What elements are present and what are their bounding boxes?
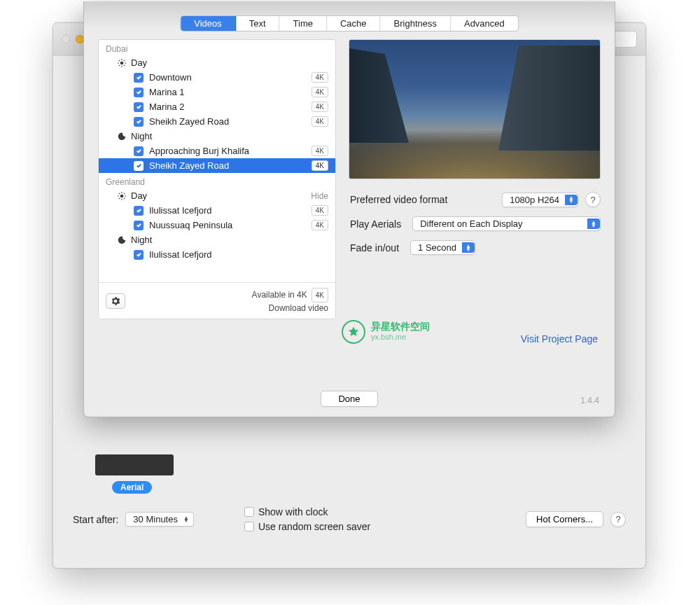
subgroup-day[interactable]: Day Hide <box>99 188 335 203</box>
checkbox[interactable] <box>134 161 144 171</box>
tab-text[interactable]: Text <box>236 16 280 31</box>
group-dubai: Dubai <box>99 40 335 55</box>
help-button[interactable]: ? <box>610 512 626 527</box>
random-saver-checkbox[interactable] <box>244 522 254 531</box>
4k-badge: 4K <box>312 205 328 216</box>
star-icon <box>342 320 365 344</box>
tab-cache[interactable]: Cache <box>327 16 381 31</box>
4k-badge: 4K <box>312 72 328 83</box>
4k-badge: 4K <box>312 102 328 112</box>
format-help-button[interactable]: ? <box>585 192 601 207</box>
svg-line-7 <box>119 60 120 60</box>
show-clock-checkbox[interactable] <box>244 507 254 517</box>
saver-name-badge: Aerial <box>112 481 152 494</box>
moon-icon <box>117 132 127 141</box>
list-item[interactable]: Nuussuaq Peninsula4K <box>99 218 335 232</box>
fade-select[interactable]: 1 Second▲▼ <box>410 240 475 255</box>
list-item[interactable]: Ilulissat Icefjord4K <box>99 203 335 218</box>
system-preferences-window: Desktop & Screen Saver Search Aerial Sta… <box>52 22 646 569</box>
download-video-link[interactable]: Download video <box>252 302 328 314</box>
tab-videos[interactable]: Videos <box>181 16 236 31</box>
4k-badge: 4K <box>312 116 328 127</box>
4k-badge: 4K <box>312 160 328 171</box>
checkbox[interactable] <box>134 250 144 260</box>
sun-icon <box>117 58 127 68</box>
preference-pane-controls: Aerial Start after: 30 Minutes ▲▼ Show w… <box>53 456 645 568</box>
checkbox[interactable] <box>134 146 144 156</box>
list-item[interactable]: Approaching Burj Khalifa4K <box>99 144 335 158</box>
4k-badge: 4K <box>312 220 328 230</box>
list-item[interactable]: Marina 14K <box>99 85 335 99</box>
checkbox[interactable] <box>134 102 144 112</box>
checkbox[interactable] <box>134 206 144 216</box>
visit-project-link[interactable]: Visit Project Page <box>521 333 598 345</box>
format-label: Preferred video format <box>350 194 447 205</box>
start-after-label: Start after: <box>73 514 118 525</box>
tab-time[interactable]: Time <box>280 16 327 31</box>
format-select[interactable]: 1080p H264▲▼ <box>502 193 578 207</box>
moon-icon <box>117 235 127 245</box>
start-after-select[interactable]: 30 Minutes ▲▼ <box>125 512 194 527</box>
svg-line-18 <box>119 197 120 198</box>
checkbox[interactable] <box>134 73 144 83</box>
4k-badge: 4K <box>312 87 328 97</box>
svg-line-8 <box>124 64 125 65</box>
video-list-panel: Dubai Day Downtown4K Marina 14K Marina 2… <box>98 39 336 319</box>
random-saver-label: Use random screen saver <box>258 521 370 532</box>
checkbox[interactable] <box>134 221 144 230</box>
list-settings-button[interactable] <box>106 293 125 309</box>
video-preview <box>349 39 601 179</box>
subgroup-night[interactable]: Night <box>99 129 335 144</box>
list-item[interactable]: Marina 24K <box>99 99 335 114</box>
play-aerials-select[interactable]: Different on Each Display▲▼ <box>412 216 601 231</box>
subgroup-day[interactable]: Day <box>99 55 335 70</box>
hot-corners-button[interactable]: Hot Corners... <box>526 511 603 527</box>
play-aerials-label: Play Aerials <box>350 218 401 230</box>
svg-line-10 <box>124 60 125 60</box>
svg-point-11 <box>120 194 124 197</box>
version-label: 1.4.4 <box>580 396 599 405</box>
settings-tabs: Videos Text Time Cache Brightness Advanc… <box>180 15 519 32</box>
list-item[interactable]: Sheikh Zayed Road4K <box>99 114 335 129</box>
gear-icon <box>111 296 120 306</box>
saver-thumbnail[interactable] <box>95 454 174 475</box>
list-item[interactable]: Ilulissat Icefjord <box>99 247 335 262</box>
subgroup-night[interactable]: Night <box>99 232 335 247</box>
svg-line-17 <box>124 197 125 198</box>
svg-line-9 <box>119 64 120 65</box>
list-item[interactable]: Downtown4K <box>99 70 335 85</box>
hide-toggle[interactable]: Hide <box>311 191 328 201</box>
video-options: Preferred video format 1080p H264▲▼ ? Pl… <box>350 192 601 264</box>
fade-label: Fade in/out <box>350 242 399 253</box>
close-window[interactable] <box>62 35 70 43</box>
show-clock-label: Show with clock <box>258 506 328 517</box>
sun-icon <box>117 191 127 201</box>
checkbox[interactable] <box>134 88 144 97</box>
group-greenland: Greenland <box>99 173 335 188</box>
svg-line-16 <box>119 193 120 193</box>
svg-line-19 <box>124 193 125 193</box>
svg-point-2 <box>120 61 124 64</box>
done-button[interactable]: Done <box>321 391 377 407</box>
list-item-selected[interactable]: Sheikh Zayed Road4K <box>99 158 335 173</box>
tab-brightness[interactable]: Brightness <box>381 16 451 31</box>
aerial-settings-sheet: Videos Text Time Cache Brightness Advanc… <box>83 1 615 417</box>
list-footer: Available in 4K4K Download video <box>99 282 335 319</box>
tab-advanced[interactable]: Advanced <box>451 16 518 31</box>
checkbox[interactable] <box>134 117 144 127</box>
watermark: 异星软件空间yx.bsh.me <box>342 320 430 344</box>
4k-badge: 4K <box>312 146 328 156</box>
